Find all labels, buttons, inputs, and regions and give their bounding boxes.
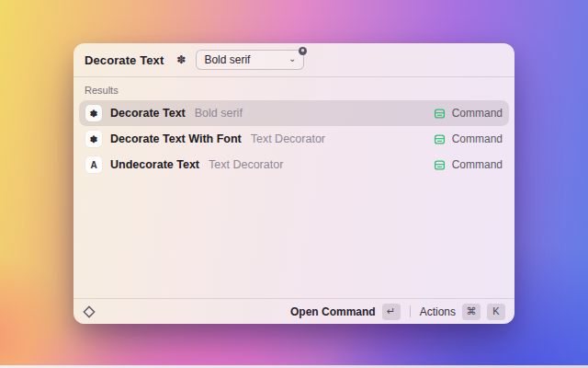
result-title: Undecorate Text	[110, 158, 199, 171]
result-subtitle: Bold serif	[195, 107, 243, 120]
actions-button[interactable]: Actions	[420, 305, 456, 318]
text-decorator-extension-icon: ✽	[176, 54, 186, 65]
k-key-icon: K	[487, 304, 505, 320]
window-header: Decorate Text ✽ Bold serif ⌄	[74, 43, 514, 77]
style-dropdown-value: Bold serif	[204, 53, 250, 66]
text-decorator-extension-icon: ✽	[85, 105, 102, 121]
text-decorator-extension-icon: ✽	[85, 131, 102, 147]
result-accessory: Command	[434, 132, 503, 145]
result-row-decorate-text[interactable]: ✽ Decorate Text Bold serif Command	[79, 100, 509, 126]
command-type-icon	[434, 133, 446, 145]
footer-divider	[410, 305, 411, 317]
launcher-window: Decorate Text ✽ Bold serif ⌄ Results ✽ D…	[74, 43, 514, 324]
style-dropdown[interactable]: Bold serif ⌄	[196, 50, 304, 70]
result-accessory: Command	[434, 107, 503, 120]
results-section-label: Results	[79, 81, 509, 100]
command-type-icon	[434, 159, 446, 171]
result-subtitle: Text Decorator	[209, 158, 283, 171]
footer-actions: Open Command ↵ Actions ⌘ K	[290, 304, 505, 320]
accessory-label: Command	[452, 158, 503, 171]
command-type-icon	[434, 108, 446, 120]
command-key-icon: ⌘	[462, 304, 481, 320]
result-title: Decorate Text	[110, 107, 186, 120]
result-title: Decorate Text With Font	[110, 132, 242, 145]
return-key-icon: ↵	[382, 304, 401, 320]
window-footer: Open Command ↵ Actions ⌘ K	[74, 298, 514, 324]
results-list: Results ✽ Decorate Text Bold serif Comma…	[74, 77, 514, 298]
raycast-diamond-icon	[83, 305, 96, 318]
info-badge-icon	[299, 47, 307, 55]
result-row-undecorate-text[interactable]: A Undecorate Text Text Decorator Command	[79, 152, 509, 178]
open-command-button[interactable]: Open Command	[290, 305, 376, 318]
letter-a-icon: A	[85, 156, 102, 173]
accessory-label: Command	[452, 107, 503, 120]
command-title: Decorate Text	[85, 53, 164, 67]
result-subtitle: Text Decorator	[251, 132, 325, 145]
result-row-decorate-text-with-font[interactable]: ✽ Decorate Text With Font Text Decorator…	[79, 126, 509, 152]
accessory-label: Command	[452, 132, 503, 145]
chevron-down-icon: ⌄	[288, 54, 296, 63]
result-accessory: Command	[434, 158, 503, 171]
